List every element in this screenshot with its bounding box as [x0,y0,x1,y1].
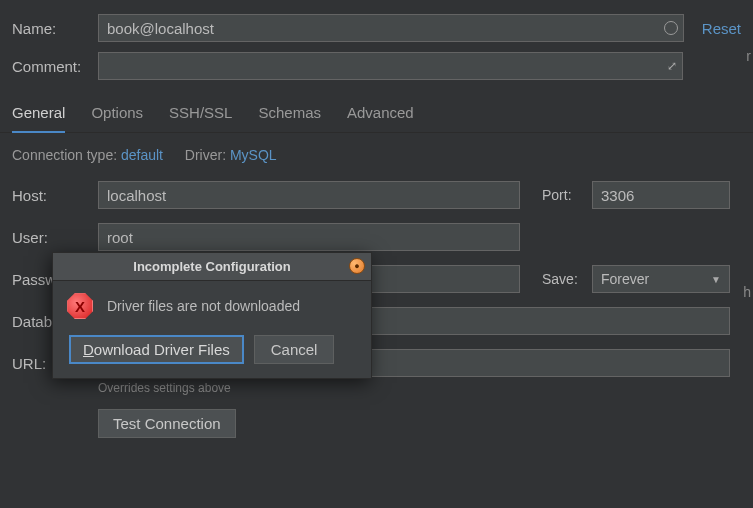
truncated-text-2: h [743,284,751,300]
tab-options[interactable]: Options [91,98,143,132]
circle-icon[interactable] [664,21,678,35]
comment-input[interactable] [98,52,683,80]
tab-schemas[interactable]: Schemas [258,98,321,132]
save-value: Forever [601,271,649,287]
driver-label: Driver: [185,147,226,163]
host-label: Host: [12,187,98,204]
user-input[interactable] [98,223,520,251]
modal-message: Driver files are not downloaded [107,298,300,314]
chevron-down-icon: ▼ [711,274,721,285]
close-icon[interactable]: ● [349,258,365,274]
driver-link[interactable]: MySQL [230,147,277,163]
tabs: General Options SSH/SSL Schemas Advanced [0,90,753,133]
save-label: Save: [542,271,592,287]
modal-title-text: Incomplete Configuration [133,259,290,274]
conn-type-link[interactable]: default [121,147,163,163]
host-input[interactable] [98,181,520,209]
conn-type-label: Connection type: [12,147,117,163]
test-connection-button[interactable]: Test Connection [98,409,236,438]
url-hint: Overrides settings above [98,381,741,395]
modal-title: Incomplete Configuration ● [53,253,371,281]
port-input[interactable] [592,181,730,209]
save-select[interactable]: Forever ▼ [592,265,730,293]
tab-sshssl[interactable]: SSH/SSL [169,98,232,132]
tab-advanced[interactable]: Advanced [347,98,414,132]
download-driver-button[interactable]: Download Driver Files [69,335,244,364]
comment-label: Comment: [12,58,98,75]
truncated-text: r [746,48,751,64]
reset-link[interactable]: Reset [702,20,741,37]
user-label: User: [12,229,98,246]
name-input[interactable] [98,14,684,42]
modal-incomplete-config: Incomplete Configuration ● X Driver file… [52,252,372,379]
name-label: Name: [12,20,98,37]
error-icon: X [67,293,93,319]
cancel-button[interactable]: Cancel [254,335,335,364]
port-label: Port: [542,187,592,203]
tab-general[interactable]: General [12,98,65,133]
expand-icon[interactable]: ⤢ [667,59,677,73]
